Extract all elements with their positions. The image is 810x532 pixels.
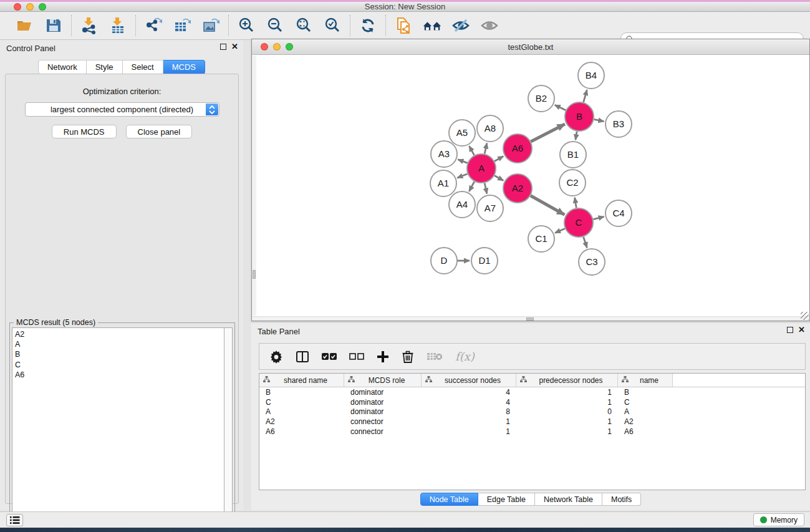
- copy-network-icon[interactable]: [393, 16, 413, 36]
- table-cell[interactable]: dominator: [344, 388, 422, 397]
- network-horizontal-scrollbar[interactable]: [252, 316, 809, 321]
- table-cell[interactable]: dominator: [344, 407, 422, 416]
- column-layout-icon[interactable]: [296, 350, 309, 364]
- criterion-dropdown[interactable]: largest connected component (directed): [25, 102, 219, 117]
- table-cell[interactable]: A6: [259, 427, 344, 436]
- zoom-fit-icon[interactable]: [294, 16, 314, 36]
- table-tab-motifs[interactable]: Motifs: [602, 493, 641, 506]
- table-cell[interactable]: 1: [422, 427, 516, 436]
- import-table-icon[interactable]: [108, 16, 128, 36]
- double-house-icon[interactable]: [422, 16, 442, 36]
- export-table-icon[interactable]: [172, 16, 192, 36]
- float-panel-icon[interactable]: [220, 44, 226, 50]
- zoom-selected-icon[interactable]: [322, 16, 342, 36]
- edge-A-A5[interactable]: [469, 146, 474, 155]
- result-item[interactable]: A6: [15, 370, 224, 380]
- zoom-in-icon[interactable]: [236, 16, 256, 36]
- delete-table-icon[interactable]: [427, 351, 443, 362]
- network-minimize-button[interactable]: [273, 43, 281, 51]
- table-cell[interactable]: 4: [422, 388, 516, 397]
- settings-gear-icon[interactable]: [269, 350, 283, 364]
- edge-A2-C[interactable]: [531, 196, 564, 215]
- network-close-button[interactable]: [261, 43, 268, 51]
- edge-A-A3[interactable]: [458, 160, 467, 163]
- table-cell[interactable]: dominator: [344, 398, 422, 407]
- edge-B-B2[interactable]: [555, 105, 566, 110]
- zoom-out-icon[interactable]: [265, 16, 285, 36]
- control-tab-network[interactable]: Network: [38, 60, 87, 74]
- export-network-icon[interactable]: [143, 16, 163, 36]
- window-resize-grip[interactable]: [801, 312, 809, 320]
- refresh-layout-icon[interactable]: [358, 16, 378, 36]
- edge-B-B3[interactable]: [594, 119, 604, 121]
- table-cell[interactable]: 1: [516, 417, 618, 426]
- add-column-icon[interactable]: [377, 351, 389, 363]
- delete-column-icon[interactable]: [402, 350, 414, 364]
- table-cell[interactable]: A: [618, 407, 673, 416]
- deselect-checkboxes-icon[interactable]: [349, 352, 364, 361]
- network-vertical-scrollbar[interactable]: [252, 56, 256, 316]
- table-cell[interactable]: connector: [344, 427, 422, 436]
- table-cell[interactable]: 8: [422, 407, 516, 416]
- edge-A-A7[interactable]: [485, 183, 487, 193]
- result-item[interactable]: C: [15, 360, 224, 370]
- edge-A-A6[interactable]: [494, 157, 503, 162]
- task-history-button[interactable]: [6, 514, 23, 526]
- result-item[interactable]: A: [15, 339, 224, 349]
- function-builder-icon[interactable]: f(x): [455, 350, 475, 363]
- table-cell[interactable]: 4: [422, 398, 516, 407]
- sort-tree-icon[interactable]: [520, 376, 527, 385]
- table-tab-edge-table[interactable]: Edge Table: [478, 493, 535, 506]
- edge-A6-B[interactable]: [531, 124, 565, 142]
- table-cell[interactable]: C: [259, 398, 344, 407]
- export-image-icon[interactable]: [201, 16, 221, 36]
- eye-icon[interactable]: [480, 16, 499, 36]
- table-tab-node-table[interactable]: Node Table: [420, 493, 478, 506]
- result-scrollbar[interactable]: [224, 327, 233, 531]
- open-file-icon[interactable]: [15, 16, 35, 36]
- sort-tree-icon[interactable]: [425, 376, 432, 385]
- sort-tree-icon[interactable]: [263, 376, 270, 385]
- sort-tree-icon[interactable]: [622, 376, 629, 385]
- table-tab-network-table[interactable]: Network Table: [535, 493, 602, 506]
- zoom-window-button[interactable]: [39, 3, 46, 11]
- table-row[interactable]: A6connector11A6: [259, 427, 805, 437]
- edge-A-A2[interactable]: [494, 176, 503, 181]
- table-cell[interactable]: B: [618, 388, 673, 397]
- control-tab-mcds[interactable]: MCDS: [163, 60, 205, 74]
- control-tab-style[interactable]: Style: [87, 60, 123, 74]
- eye-slash-icon[interactable]: [451, 16, 471, 36]
- edge-A-A8[interactable]: [485, 143, 487, 153]
- result-item[interactable]: A2: [15, 329, 224, 339]
- float-table-panel-icon[interactable]: [787, 327, 793, 333]
- table-cell[interactable]: B: [259, 388, 344, 397]
- table-row[interactable]: Adominator80A: [259, 407, 805, 417]
- edge-B-B1[interactable]: [576, 132, 577, 140]
- table-row[interactable]: A2connector11A2: [259, 417, 805, 427]
- table-cell[interactable]: 1: [516, 427, 618, 436]
- table-cell[interactable]: A6: [618, 427, 673, 436]
- control-tab-select[interactable]: Select: [123, 60, 163, 74]
- table-cell[interactable]: A2: [259, 417, 344, 426]
- table-cell[interactable]: A: [259, 407, 344, 416]
- table-row[interactable]: Cdominator41C: [259, 397, 805, 407]
- table-cell[interactable]: 1: [516, 388, 618, 397]
- edge-A-A4[interactable]: [469, 181, 474, 191]
- table-cell[interactable]: 1: [422, 417, 516, 426]
- network-canvas[interactable]: AA1A2A3A4A5A6A7A8BB1B2B3B4CC1C2C3C4DD1: [257, 56, 809, 316]
- edge-C-C2[interactable]: [575, 198, 577, 208]
- column-header-predecessor-nodes[interactable]: predecessor nodes: [516, 374, 618, 387]
- close-window-button[interactable]: [14, 3, 21, 11]
- network-graph[interactable]: AA1A2A3A4A5A6A7A8BB1B2B3B4CC1C2C3C4DD1: [257, 56, 810, 317]
- close-table-panel-icon[interactable]: ✕: [798, 327, 805, 333]
- edge-B-B4[interactable]: [584, 90, 587, 102]
- column-header-name[interactable]: name: [618, 374, 673, 387]
- table-cell[interactable]: connector: [344, 417, 422, 426]
- close-panel-button[interactable]: Close panel: [126, 125, 193, 138]
- memory-button[interactable]: Memory: [753, 513, 804, 526]
- column-header-successor-nodes[interactable]: successor nodes: [422, 374, 516, 387]
- table-cell[interactable]: C: [618, 398, 673, 407]
- column-header-MCDS-role[interactable]: MCDS role: [344, 374, 422, 387]
- network-zoom-button[interactable]: [286, 43, 293, 51]
- table-row[interactable]: Bdominator41B: [259, 387, 805, 397]
